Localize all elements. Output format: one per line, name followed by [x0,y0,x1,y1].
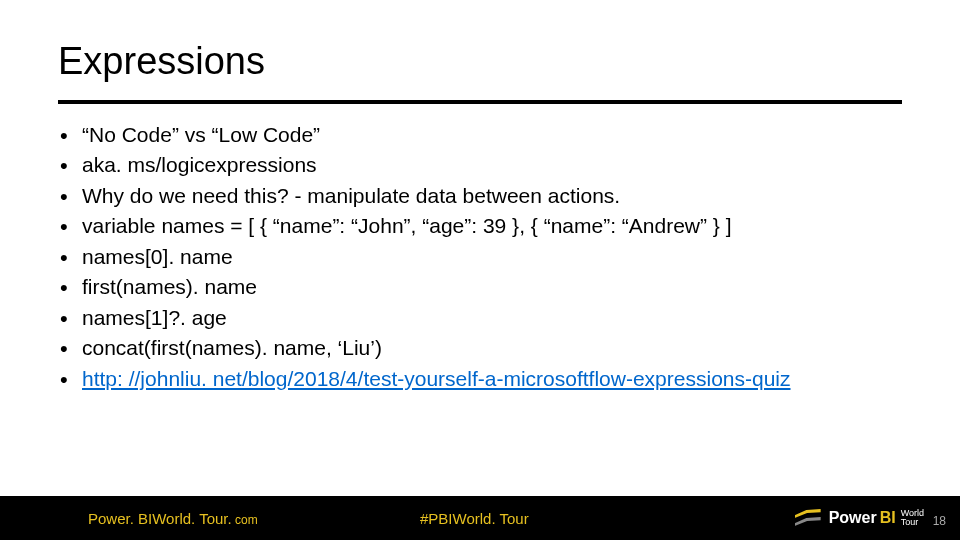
footer-left-small: com [232,513,258,527]
logo-subtext: World Tour [901,509,924,527]
logo-text: Power BI World Tour [829,509,924,527]
logo-bi: BI [880,509,896,527]
list-item: names[0]. name [58,242,928,272]
footer-left-text: Power. BIWorld. Tour. [88,510,232,527]
logo-power: Power [829,509,877,527]
list-item: first(names). name [58,272,928,302]
list-item: aka. ms/logicexpressions [58,150,928,180]
quiz-link[interactable]: http: //johnliu. net/blog/2018/4/test-yo… [82,366,791,391]
list-item: “No Code” vs “Low Code” [58,120,928,150]
list-item: variable names = [ { “name”: “John”, “ag… [58,211,928,241]
content-area: “No Code” vs “Low Code” aka. ms/logicexp… [58,120,928,394]
footer-bar: Power. BIWorld. Tour. com #PBIWorld. Tou… [0,496,960,540]
slide-title: Expressions [58,40,265,83]
footer-left: Power. BIWorld. Tour. com [88,510,258,527]
bullet-list: “No Code” vs “Low Code” aka. ms/logicexp… [58,120,928,394]
list-item: Why do we need this? - manipulate data b… [58,181,928,211]
swoosh-icon [795,509,821,527]
logo-sub2: Tour [901,518,924,527]
slide: Expressions “No Code” vs “Low Code” aka.… [0,0,960,540]
list-item: concat(first(names). name, ‘Liu’) [58,333,928,363]
footer-hashtag: #PBIWorld. Tour [420,510,529,527]
title-rule [58,100,902,104]
page-number: 18 [933,514,946,528]
list-item: names[1]?. age [58,303,928,333]
list-item-link: http: //johnliu. net/blog/2018/4/test-yo… [58,364,928,394]
footer-logo: Power BI World Tour [795,509,924,527]
